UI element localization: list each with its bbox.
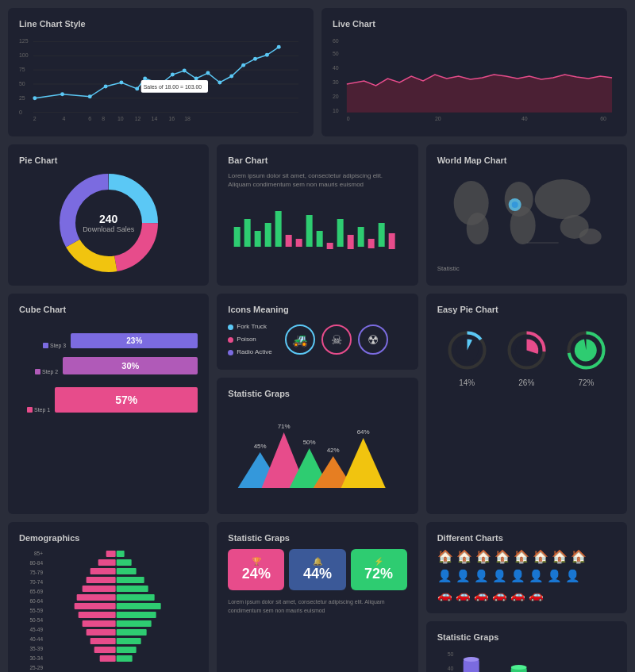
stat-graps-card: Statistic Graps 45% 71% 50% 42% — [217, 378, 418, 514]
stat-boxes-card: Statistic Graps 🏆 24% 🔔 44% ⚡ 72% Lorem … — [217, 522, 418, 672]
svg-text:71%: 71% — [278, 423, 291, 430]
person-icon-4: 👤 — [492, 569, 507, 583]
person-icon-5: 👤 — [510, 569, 525, 583]
svg-text:42%: 42% — [327, 447, 340, 454]
svg-rect-118 — [83, 620, 116, 627]
demo-bars-svg — [46, 549, 198, 668]
house-icon-2: 🏠 — [456, 549, 472, 564]
svg-point-76 — [510, 206, 535, 244]
svg-point-22 — [194, 77, 198, 81]
svg-point-18 — [143, 77, 147, 81]
dashboard-grid: Line Chart Style 125 100 75 50 25 0 — [8, 8, 627, 672]
svg-rect-119 — [117, 620, 152, 627]
person-icon-7: 👤 — [547, 569, 562, 583]
svg-rect-68 — [348, 235, 354, 249]
live-chart-card: Live Chart 60 50 40 30 20 10 0 20 40 60 — [321, 8, 627, 136]
radio-active-icon: ☢ — [358, 324, 388, 355]
svg-point-17 — [135, 86, 139, 90]
svg-point-25 — [229, 75, 233, 79]
demo-bars — [46, 549, 198, 671]
bar-chart-title: Bar Chart — [228, 156, 406, 165]
line-chart-card: Line Chart Style 125 100 75 50 25 0 — [8, 8, 314, 136]
svg-text:12: 12 — [135, 116, 141, 121]
easy-pie-item-1: 14% — [445, 328, 489, 387]
map-stat: Statistic — [437, 265, 616, 272]
car-icon-6: 🚗 — [529, 588, 544, 602]
svg-text:18: 18 — [184, 116, 190, 121]
demo-labels: 85+ 80-84 75-79 70-74 65-69 60-64 55-59 … — [19, 549, 43, 671]
people-row: 👤 👤 👤 👤 👤 👤 👤 👤 — [437, 569, 616, 583]
svg-rect-107 — [117, 568, 137, 574]
svg-rect-117 — [117, 612, 156, 618]
stat-box-2: 🔔 44% — [289, 549, 345, 590]
house-icon-5: 🏠 — [514, 549, 529, 564]
svg-marker-47 — [347, 75, 612, 113]
svg-text:40: 40 — [521, 116, 528, 121]
stat-box-3: ⚡ 72% — [351, 549, 407, 590]
svg-point-15 — [104, 84, 108, 88]
svg-point-16 — [119, 80, 123, 84]
house-icon-8: 🏠 — [571, 549, 587, 564]
car-icon-1: 🚗 — [437, 588, 452, 602]
radio-active-dot — [228, 350, 233, 355]
house-icon-4: 🏠 — [495, 549, 510, 564]
pie-area: 240 Download Sales — [19, 171, 198, 275]
cube-chart-title: Cube Chart — [19, 305, 198, 314]
svg-point-28 — [265, 53, 269, 57]
svg-text:50: 50 — [333, 51, 339, 56]
svg-rect-60 — [265, 223, 271, 247]
easy-pie-row: 14% 26% — [437, 321, 616, 395]
icons-meaning-title: Icons Meaning — [228, 305, 406, 314]
svg-text:60: 60 — [600, 116, 606, 121]
easy-pie-svg-3 — [564, 328, 608, 372]
line-chart-svg: 125 100 75 50 25 0 — [19, 35, 302, 122]
svg-text:Sales of 18.00 = 103.00: Sales of 18.00 = 103.00 — [144, 84, 202, 90]
house-icon-1: 🏠 — [437, 549, 453, 564]
person-icon-2: 👤 — [456, 569, 471, 583]
bar-chart-card: Bar Chart Lorem ipsum dolor sit amet, co… — [217, 144, 418, 286]
world-map-card: World Map Chart Statistic — [426, 144, 627, 286]
step3-bar: 23% — [71, 333, 198, 348]
svg-rect-113 — [117, 594, 155, 601]
stat-boxes-title: Statistic Graps — [228, 533, 406, 543]
icon-circles-row: 🚜 ☠ ☢ — [285, 324, 388, 355]
svg-text:60: 60 — [333, 38, 339, 44]
svg-text:30: 30 — [333, 79, 339, 85]
different-charts-card: Different Charts 🏠 🏠 🏠 🏠 🏠 🏠 🏠 🏠 — [426, 522, 627, 613]
stat-box-2-icon: 🔔 — [297, 557, 337, 566]
step3-dot — [43, 343, 48, 348]
svg-point-27 — [253, 57, 257, 61]
svg-rect-115 — [117, 603, 161, 609]
svg-text:20: 20 — [435, 116, 441, 121]
svg-text:0: 0 — [19, 109, 22, 115]
svg-rect-123 — [117, 638, 141, 644]
stat-box-3-icon: ⚡ — [359, 557, 399, 566]
pie-chart-title: Pie Chart — [19, 156, 198, 165]
car-icon-4: 🚗 — [492, 588, 507, 602]
svg-text:10: 10 — [117, 116, 124, 121]
cube-step2: Step 2 30% — [35, 357, 198, 374]
svg-text:14: 14 — [152, 116, 158, 121]
svg-rect-66 — [327, 243, 333, 249]
svg-rect-63 — [296, 239, 302, 247]
step1-bar: 57% — [55, 387, 198, 413]
svg-point-14 — [88, 94, 92, 98]
svg-text:40: 40 — [333, 65, 339, 71]
svg-text:75: 75 — [19, 67, 25, 72]
svg-rect-62 — [286, 235, 292, 247]
row-4: Demographics 85+ 80-84 75-79 70-74 65-69… — [8, 522, 627, 672]
svg-point-81 — [511, 202, 518, 208]
easy-pie-pct-1: 14% — [445, 378, 489, 387]
different-charts-title: Different Charts — [437, 533, 616, 543]
stat-graps-svg: 45% 71% 50% 42% 64% — [228, 405, 406, 500]
svg-rect-69 — [358, 227, 364, 247]
svg-text:16: 16 — [168, 116, 175, 121]
world-map-title: World Map Chart — [437, 156, 616, 165]
svg-text:50%: 50% — [303, 439, 316, 446]
easy-pie-pct-3: 72% — [564, 378, 608, 387]
easy-pie-chart-card: Easy Pie Chart 14% — [426, 294, 627, 514]
pie-sub-label: Download Sales — [83, 225, 134, 233]
svg-point-135 — [463, 657, 479, 662]
step2-dot — [35, 369, 40, 374]
svg-text:2: 2 — [33, 116, 37, 121]
